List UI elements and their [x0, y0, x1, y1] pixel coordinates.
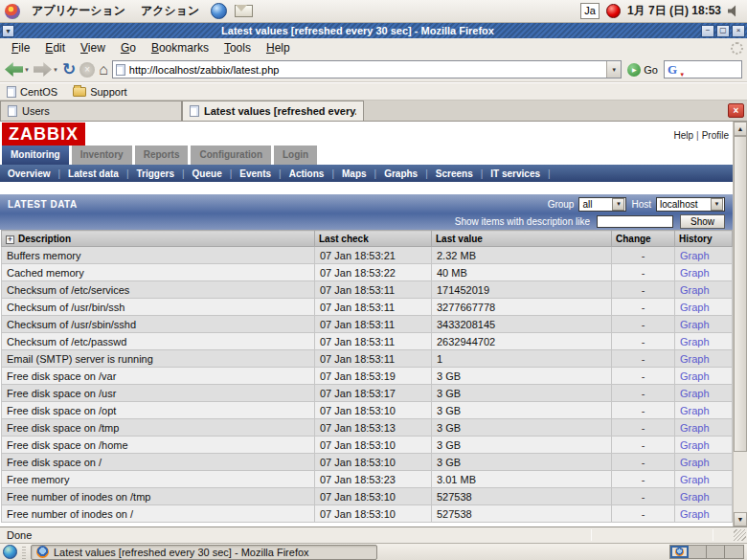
group-select[interactable]: all ▼: [578, 197, 626, 212]
reload-icon[interactable]: ↻: [62, 61, 76, 78]
nav-link[interactable]: Overview: [8, 168, 68, 179]
scroll-down-icon[interactable]: ▼: [734, 512, 747, 526]
menu-item[interactable]: Go: [113, 39, 144, 56]
tab-login[interactable]: Login: [274, 146, 317, 165]
search-box[interactable]: G ▼: [664, 60, 742, 78]
zabbix-logo[interactable]: ZABBIX: [2, 123, 85, 146]
close-button[interactable]: ×: [732, 25, 745, 37]
tab-reports[interactable]: Reports: [135, 146, 189, 165]
workspace-1[interactable]: [670, 546, 689, 558]
tab-inventory[interactable]: Inventory: [72, 146, 132, 165]
minimize-button[interactable]: −: [701, 25, 714, 37]
menu-item[interactable]: Help: [259, 39, 298, 56]
web-browser-launcher-icon[interactable]: [211, 3, 227, 19]
cell-description: Free memory: [2, 471, 315, 488]
description-filter-input[interactable]: [597, 215, 673, 228]
section-title: LATEST DATA: [8, 199, 78, 210]
window-menu-button[interactable]: ▼: [2, 25, 14, 37]
graph-link[interactable]: Graph: [680, 508, 710, 520]
distro-menu-icon[interactable]: [5, 4, 20, 19]
workspace-4[interactable]: [725, 546, 743, 558]
url-bar[interactable]: ▼: [112, 60, 622, 78]
cell-description: Free disk space on /opt: [2, 402, 315, 419]
url-input[interactable]: [129, 64, 602, 76]
cell-change: -: [612, 350, 675, 368]
scrollbar-thumb[interactable]: [734, 136, 747, 452]
applications-menu[interactable]: アプリケーション: [28, 1, 129, 21]
menu-item[interactable]: File: [4, 39, 37, 56]
bookmark-support[interactable]: Support: [73, 86, 127, 98]
expand-all-icon[interactable]: +: [6, 235, 14, 244]
forward-button[interactable]: ▼: [34, 62, 58, 77]
maximize-button[interactable]: ▢: [716, 25, 730, 37]
bookmark-centos[interactable]: CentOS: [7, 86, 57, 98]
show-button[interactable]: Show: [680, 214, 725, 229]
menu-item[interactable]: Tools: [216, 39, 259, 56]
graph-link[interactable]: Graph: [680, 388, 710, 399]
graph-link[interactable]: Graph: [680, 302, 710, 313]
workspace-3[interactable]: [707, 546, 725, 558]
menu-item[interactable]: Edit: [37, 39, 73, 56]
graph-link[interactable]: Graph: [680, 439, 710, 451]
nav-link[interactable]: Graphs: [384, 168, 436, 179]
cell-last-value: 3.01 MB: [432, 471, 612, 488]
search-engine-dropdown-icon[interactable]: ▼: [679, 72, 685, 78]
graph-link[interactable]: Graph: [680, 405, 710, 416]
profile-link[interactable]: Profile: [702, 130, 729, 141]
taskbar-launcher-icon[interactable]: [3, 545, 17, 559]
nav-link[interactable]: Latest data: [68, 168, 136, 179]
graph-link[interactable]: Graph: [680, 457, 710, 468]
go-button[interactable]: ▶ Go: [625, 63, 660, 77]
graph-link[interactable]: Graph: [680, 284, 710, 296]
desktop-taskbar: Latest values [refreshed every 30 sec] -…: [0, 543, 747, 560]
volume-icon[interactable]: [728, 5, 740, 17]
tab-users[interactable]: Users: [0, 101, 182, 121]
graph-link[interactable]: Graph: [680, 336, 710, 347]
tab-monitoring[interactable]: Monitoring: [2, 146, 69, 165]
firefox-task-button[interactable]: Latest values [refreshed every 30 sec] -…: [31, 545, 377, 560]
back-dropdown-icon[interactable]: ▼: [24, 67, 30, 73]
actions-menu[interactable]: アクション: [137, 1, 203, 21]
back-button[interactable]: ▼: [5, 62, 30, 77]
resize-grip-icon[interactable]: [734, 529, 746, 541]
nav-link[interactable]: Events: [239, 168, 288, 179]
email-launcher-icon[interactable]: [235, 5, 253, 17]
help-link[interactable]: Help: [673, 130, 693, 141]
url-dropdown-icon[interactable]: ▼: [606, 61, 621, 78]
keyboard-layout-indicator[interactable]: Ja: [580, 3, 600, 19]
nav-link[interactable]: Triggers: [137, 168, 192, 179]
close-tab-button[interactable]: ×: [728, 103, 744, 118]
graph-link[interactable]: Graph: [680, 370, 710, 382]
host-select[interactable]: localhost ▼: [656, 197, 725, 212]
workspace-2[interactable]: [689, 546, 707, 558]
home-icon[interactable]: ⌂: [99, 62, 108, 78]
clock[interactable]: 1月 7日 (日) 18:53: [627, 3, 721, 19]
nav-link[interactable]: Maps: [342, 168, 384, 179]
menu-item[interactable]: Bookmarks: [144, 39, 216, 56]
tab-configuration[interactable]: Configuration: [191, 146, 271, 165]
graph-link[interactable]: Graph: [680, 319, 710, 330]
nav-link[interactable]: Screens: [436, 168, 491, 179]
table-row: Free disk space on / 07 Jan 18:53:10 3 G…: [2, 454, 733, 471]
nav-link[interactable]: IT services: [490, 168, 557, 179]
cell-change: -: [612, 402, 675, 419]
cell-description: Buffers memory: [2, 247, 315, 264]
graph-link[interactable]: Graph: [680, 267, 710, 279]
graph-link[interactable]: Graph: [680, 353, 710, 365]
graph-link[interactable]: Graph: [680, 474, 710, 485]
tab-latest-values[interactable]: Latest values [refreshed every...: [182, 101, 364, 121]
nav-link[interactable]: Actions: [289, 168, 342, 179]
graph-link[interactable]: Graph: [680, 422, 710, 434]
vertical-scrollbar[interactable]: ▲ ▼: [733, 122, 747, 526]
window-titlebar[interactable]: ▼ Latest values [refreshed every 30 sec]…: [0, 23, 747, 38]
menu-item[interactable]: View: [73, 39, 113, 56]
graph-link[interactable]: Graph: [680, 491, 710, 503]
scroll-up-icon[interactable]: ▲: [734, 122, 747, 136]
graph-link[interactable]: Graph: [680, 250, 710, 261]
update-alert-icon[interactable]: [606, 4, 621, 18]
search-input[interactable]: [687, 64, 747, 76]
cell-description: Free disk space on /var: [2, 368, 315, 385]
forward-dropdown-icon[interactable]: ▼: [53, 67, 58, 73]
nav-link[interactable]: Queue: [192, 168, 240, 179]
cell-change: -: [612, 299, 675, 316]
